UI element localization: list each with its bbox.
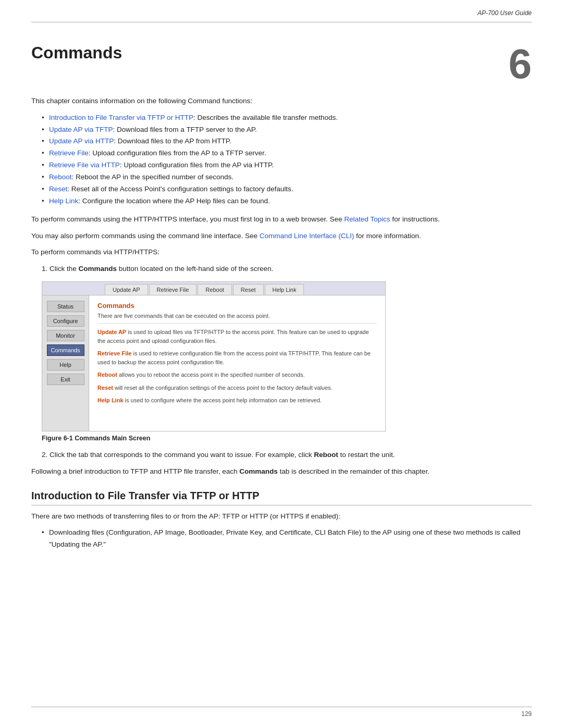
link-retrieve-http[interactable]: Retrieve File via HTTP xyxy=(49,161,120,169)
figure-body: Status Configure Monitor Commands Help E… xyxy=(42,295,385,431)
link-reboot[interactable]: Reboot xyxy=(49,173,72,181)
link-related-topics[interactable]: Related Topics xyxy=(344,215,390,223)
list-item: Retrieve File via HTTP: Upload configura… xyxy=(42,159,532,171)
figure-content-title: Commands xyxy=(97,302,377,310)
figure-caption: Figure 6-1 Commands Main Screen xyxy=(42,435,532,442)
intro-bullet-list: Introduction to File Transfer via TFTP o… xyxy=(42,112,532,208)
section-bullet-list: Downloading files (Configuration, AP Ima… xyxy=(42,527,532,551)
intro-paragraph-4: To perform commands via HTTP/HTTPS: xyxy=(31,246,532,258)
tab-reset[interactable]: Reset xyxy=(233,284,264,295)
page-number: 129 xyxy=(521,710,532,718)
tab-reboot[interactable]: Reboot xyxy=(198,284,231,295)
sidebar-btn-help[interactable]: Help xyxy=(47,359,84,371)
intro-paragraph-3: You may also perform commands using the … xyxy=(31,230,532,242)
figure-item-2: Retrieve File is used to retrieve config… xyxy=(97,349,377,366)
tab-help-link[interactable]: Help Link xyxy=(265,284,304,295)
figure-content-desc: There are five commands that can be exec… xyxy=(97,313,377,324)
tab-update-ap[interactable]: Update AP xyxy=(105,284,148,295)
figure-item-3: Reboot allows you to reboot the access p… xyxy=(97,371,377,379)
page-header: AP-700 User Guide xyxy=(31,0,532,22)
link-help-link[interactable]: Help Link xyxy=(49,197,78,205)
list-item: Reset: Reset all of the Access Point's c… xyxy=(42,183,532,195)
tab-retrieve-file[interactable]: Retrieve File xyxy=(149,284,197,295)
link-update-http[interactable]: Update AP via HTTP xyxy=(49,137,114,145)
sidebar-btn-configure[interactable]: Configure xyxy=(47,315,84,327)
list-item: Retrieve File: Upload configuration file… xyxy=(42,147,532,159)
sidebar-btn-commands[interactable]: Commands xyxy=(47,344,84,356)
link-reset[interactable]: Reset xyxy=(49,185,67,193)
chapter-number: 6 xyxy=(509,43,532,85)
figure-item-1: Update AP is used to upload files via TF… xyxy=(97,328,377,345)
list-item: Update AP via HTTP: Download files to th… xyxy=(42,135,532,147)
chapter-title: Commands xyxy=(31,43,498,63)
section-paragraph-1: There are two methods of transferring fi… xyxy=(31,511,532,522)
figure-sidebar: Status Configure Monitor Commands Help E… xyxy=(42,295,89,431)
figure-item-5: Help Link is used to configure where the… xyxy=(97,396,377,405)
sidebar-btn-monitor[interactable]: Monitor xyxy=(47,330,84,341)
figure-item-4: Reset will reset all the configuration s… xyxy=(97,384,377,392)
section-heading: Introduction to File Transfer via TFTP o… xyxy=(31,490,532,505)
list-item: Introduction to File Transfer via TFTP o… xyxy=(42,112,532,124)
list-item: Update AP via TFTP: Download files from … xyxy=(42,124,532,136)
list-item: Reboot: Reboot the AP in the specified n… xyxy=(42,171,532,183)
figure-content: Commands There are five commands that ca… xyxy=(89,295,385,431)
link-cli[interactable]: Command Line Interface (CLI) xyxy=(260,232,354,240)
sidebar-btn-status[interactable]: Status xyxy=(47,301,84,312)
link-file-transfer[interactable]: Introduction to File Transfer via TFTP o… xyxy=(49,114,193,121)
figure-box: Update AP Retrieve File Reboot Reset Hel… xyxy=(42,281,386,431)
link-update-tftp[interactable]: Update AP via TFTP xyxy=(49,126,113,133)
intro-paragraph-2: To perform commands using the HTTP/HTTPS… xyxy=(31,214,532,225)
list-item: Downloading files (Configuration, AP Ima… xyxy=(42,527,532,551)
link-retrieve-file[interactable]: Retrieve File xyxy=(49,149,89,157)
figure-nav-tabs: Update AP Retrieve File Reboot Reset Hel… xyxy=(42,282,385,295)
closing-paragraph: Following a brief introduction to TFTP a… xyxy=(31,466,532,477)
step-1: 1. Click the Commands button located on … xyxy=(42,263,532,275)
page-footer: 129 xyxy=(31,707,532,718)
intro-paragraph-1: This chapter contains information on the… xyxy=(31,95,532,107)
chapter-block: Commands 6 xyxy=(31,43,532,85)
list-item: Help Link: Configure the location where … xyxy=(42,195,532,207)
step-2: 2. Click the tab that corresponds to the… xyxy=(42,449,532,461)
header-title: AP-700 User Guide xyxy=(478,9,532,17)
sidebar-btn-exit[interactable]: Exit xyxy=(47,374,84,385)
